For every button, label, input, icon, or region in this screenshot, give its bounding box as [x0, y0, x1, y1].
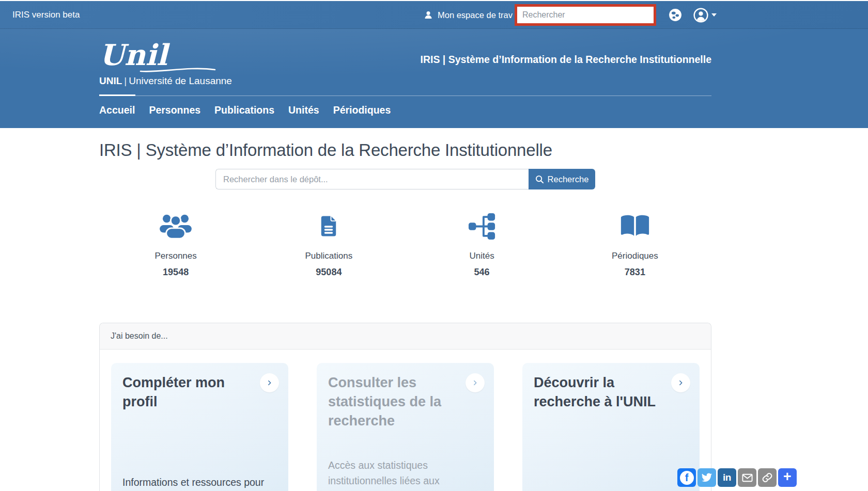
repository-search: Recherche [215, 169, 595, 189]
site-header: Unil UNIL|Université de Lausanne IRIS | … [0, 29, 868, 128]
stat-label: Périodiques [612, 251, 658, 261]
stat-value: 546 [474, 267, 490, 278]
book-open-icon [619, 212, 651, 240]
version-label: IRIS version beta [12, 10, 80, 20]
nav-item-accueil[interactable]: Accueil [99, 104, 135, 116]
stat-label: Personnes [154, 251, 196, 261]
stat-value: 7831 [625, 267, 645, 278]
email-share-icon[interactable] [738, 468, 756, 487]
linkedin-in-glyph: in [723, 472, 731, 483]
app-title: IRIS | Système d’Information de la Reche… [421, 54, 712, 66]
stat-periodiques[interactable]: Périodiques 7831 [559, 212, 711, 278]
more-share-icon[interactable]: + [778, 468, 797, 487]
stat-label: Publications [305, 251, 353, 261]
card-description: Informations et ressources pour utiliser… [122, 474, 277, 491]
card-title: Découvrir la recherche à l'UNIL [534, 373, 658, 411]
file-lines-icon [316, 212, 341, 240]
linkedin-share-icon[interactable]: in [718, 468, 736, 487]
facebook-share-icon[interactable]: f [677, 468, 696, 487]
needs-panel: J'ai besoin de... Compléter mon profil I… [99, 323, 711, 491]
users-icon [159, 212, 192, 240]
nav-item-publications[interactable]: Publications [214, 104, 274, 116]
stat-personnes[interactable]: Personnes 19548 [99, 212, 252, 278]
unil-logo-swoosh [140, 65, 217, 73]
language-button[interactable] [669, 8, 682, 22]
topbar-right: Mon espace de trav [424, 1, 717, 29]
account-menu-button[interactable] [693, 8, 717, 23]
stat-value: 95084 [316, 267, 342, 278]
magnifier-icon [535, 175, 544, 184]
nav-item-unites[interactable]: Unités [288, 104, 319, 116]
card-decouvrir-la-recherche[interactable]: Découvrir la recherche à l'UNIL Découvri… [522, 363, 700, 491]
chevron-right-icon[interactable] [671, 373, 690, 392]
workspace-link[interactable]: Mon espace de trav [424, 10, 513, 20]
nav-item-periodiques[interactable]: Périodiques [333, 104, 391, 116]
page-title: IRIS | Système d’Information de la Reche… [99, 140, 711, 160]
stat-label: Unités [470, 251, 494, 261]
card-consulter-les-statistiques[interactable]: Consulter les statistiques de la recherc… [317, 363, 494, 491]
stat-value: 19548 [163, 267, 189, 278]
facebook-f-glyph: f [680, 471, 694, 485]
stat-publications[interactable]: Publications 95084 [252, 212, 405, 278]
card-completer-mon-profil[interactable]: Compléter mon profil Informations et res… [111, 363, 288, 491]
globe-icon [669, 8, 682, 22]
active-tab-indicator [99, 94, 135, 96]
nav-item-personnes[interactable]: Personnes [149, 104, 200, 116]
repository-search-button[interactable]: Recherche [529, 169, 595, 189]
user-circle-icon [693, 8, 708, 23]
user-icon [424, 10, 433, 20]
workspace-label: Mon espace de trav [438, 10, 513, 20]
topbar: IRIS version beta Mon espace de trav [0, 0, 868, 29]
topbar-search-highlight [515, 4, 656, 26]
search-button-label: Recherche [548, 175, 589, 184]
plus-glyph: + [783, 470, 792, 485]
chevron-right-icon[interactable] [466, 373, 485, 392]
main-content: IRIS | Système d’Information de la Reche… [99, 140, 711, 491]
main-nav: Accueil Personnes Publications Unités Pé… [99, 104, 391, 116]
card-title: Compléter mon profil [122, 373, 246, 411]
card-title: Consulter les statistiques de la recherc… [328, 373, 452, 431]
stat-unites[interactable]: Unités 546 [406, 212, 559, 278]
stats-row: Personnes 19548 Publications 95084 [99, 212, 711, 278]
needs-panel-body: Compléter mon profil Informations et res… [100, 350, 711, 491]
sitemap-icon [468, 212, 496, 240]
unil-logo-subtitle: UNIL|Université de Lausanne [99, 75, 232, 87]
needs-panel-header: J'ai besoin de... [100, 323, 711, 350]
chevron-right-icon[interactable] [260, 373, 279, 392]
card-description: Accès aux statistiques institutionnelles… [328, 457, 483, 491]
topbar-search-input[interactable] [517, 10, 654, 20]
link-share-icon[interactable] [758, 468, 777, 487]
repository-search-input[interactable] [215, 169, 529, 189]
twitter-share-icon[interactable] [698, 468, 716, 487]
header-divider [99, 96, 711, 96]
unil-logo[interactable]: Unil UNIL|Université de Lausanne [99, 40, 232, 87]
share-bar: f in + [677, 468, 797, 487]
caret-down-icon [711, 13, 717, 17]
